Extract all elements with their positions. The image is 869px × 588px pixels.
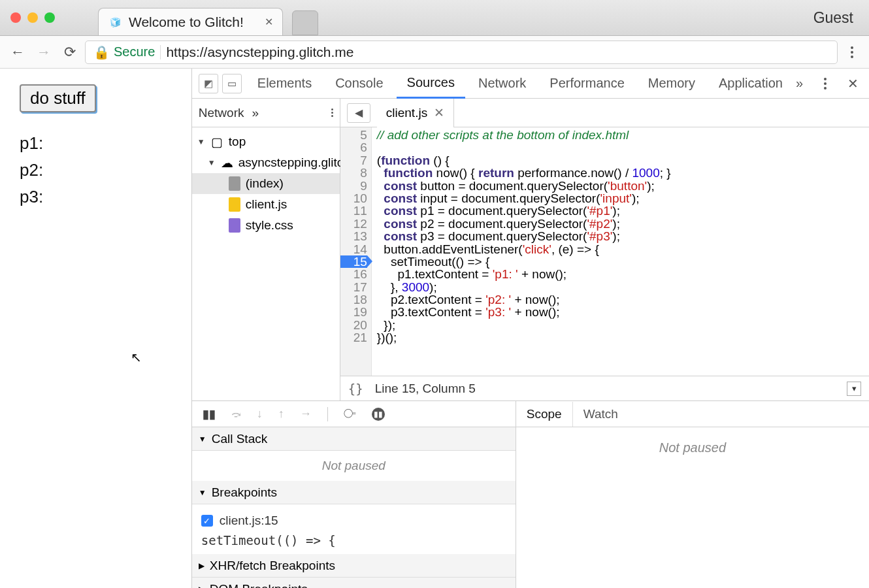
code-line[interactable]: p2.textContent = 'p2: ' + now(); bbox=[377, 293, 671, 306]
line-number[interactable]: 14 bbox=[340, 243, 367, 255]
back-button[interactable]: ← bbox=[7, 41, 29, 63]
watch-tab[interactable]: Watch bbox=[573, 402, 629, 427]
navigator-tab-network[interactable]: Network bbox=[199, 106, 244, 120]
line-number[interactable]: 16 bbox=[340, 268, 367, 280]
line-number[interactable]: 9 bbox=[340, 180, 367, 192]
step-icon[interactable]: → bbox=[300, 407, 312, 421]
tab-sources[interactable]: Sources bbox=[397, 69, 465, 99]
new-tab-button[interactable] bbox=[292, 10, 318, 35]
navigator-overflow-icon[interactable]: » bbox=[252, 106, 259, 120]
code-line[interactable]: (function () { bbox=[377, 154, 671, 167]
line-number[interactable]: 15 bbox=[340, 255, 367, 268]
line-number[interactable]: 12 bbox=[340, 218, 367, 230]
reload-button[interactable]: ⟳ bbox=[59, 41, 81, 63]
line-number[interactable]: 10 bbox=[340, 192, 367, 204]
secure-label: Secure bbox=[114, 44, 155, 59]
breakpoint-item[interactable]: ✓ client.js:15 bbox=[201, 511, 506, 531]
code-line[interactable]: })(); bbox=[377, 331, 671, 344]
step-into-icon[interactable]: ↓ bbox=[257, 407, 263, 421]
tree-file-index[interactable]: (index) bbox=[192, 173, 340, 194]
editor-tab-clientjs[interactable]: client.js ✕ bbox=[377, 99, 454, 127]
divider bbox=[327, 407, 328, 421]
scope-tab[interactable]: Scope bbox=[516, 402, 573, 427]
pause-icon[interactable]: ▮▮ bbox=[203, 407, 216, 421]
code-line[interactable]: }); bbox=[377, 319, 671, 331]
tree-file-clientjs[interactable]: client.js bbox=[192, 194, 340, 215]
scope-body: Not paused bbox=[516, 427, 869, 588]
code-line[interactable]: setTimeout(() => { bbox=[377, 255, 671, 268]
zoom-window-button[interactable] bbox=[44, 12, 55, 23]
tab-network[interactable]: Network bbox=[468, 69, 536, 97]
line-number[interactable]: 6 bbox=[340, 141, 367, 154]
code-line[interactable]: const p3 = document.querySelector('#p3')… bbox=[377, 230, 671, 242]
tab-application[interactable]: Application bbox=[708, 69, 793, 97]
breakpoint-checkbox[interactable]: ✓ bbox=[201, 515, 213, 527]
code-line[interactable]: p1.textContent = 'p1: ' + now(); bbox=[377, 268, 671, 280]
tree-file-stylecss[interactable]: style.css bbox=[192, 215, 340, 236]
line-number[interactable]: 17 bbox=[340, 281, 367, 293]
step-out-icon[interactable]: ↑ bbox=[278, 407, 284, 421]
close-tab-icon[interactable]: ✕ bbox=[265, 16, 273, 28]
devtools-panel: ◩ ▭ Elements Console Sources Network Per… bbox=[192, 69, 869, 588]
code-line[interactable]: p3.textContent = 'p3: ' + now(); bbox=[377, 306, 671, 318]
close-window-button[interactable] bbox=[10, 12, 21, 23]
minimize-window-button[interactable] bbox=[27, 12, 38, 23]
p1-label: p1: bbox=[20, 133, 172, 154]
do-stuff-button[interactable]: do stuff bbox=[20, 84, 96, 112]
pretty-print-icon[interactable]: {} bbox=[348, 382, 363, 396]
browser-tab[interactable]: 🧊 Welcome to Glitch! ✕ bbox=[98, 8, 283, 35]
window-titlebar: 🧊 Welcome to Glitch! ✕ Guest bbox=[0, 0, 869, 36]
traffic-lights bbox=[0, 12, 65, 23]
navigator-menu-icon[interactable] bbox=[331, 108, 333, 117]
sources-navigator: Network » ▼ ▢ top ▼ ☁ asyncste bbox=[192, 99, 340, 400]
forward-button[interactable]: → bbox=[33, 41, 55, 63]
code-editor[interactable]: 56789101112131415161718192021 // add oth… bbox=[340, 127, 869, 376]
breakpoints-header[interactable]: ▼ Breakpoints bbox=[192, 481, 516, 504]
xhr-breakpoints-header[interactable]: ▶ XHR/fetch Breakpoints bbox=[192, 554, 516, 578]
line-number[interactable]: 11 bbox=[340, 204, 367, 217]
line-number[interactable]: 5 bbox=[340, 129, 367, 141]
tabs-overflow-icon[interactable]: » bbox=[796, 76, 803, 91]
line-number[interactable]: 21 bbox=[340, 331, 367, 344]
code-line[interactable] bbox=[377, 141, 671, 154]
tree-row-origin[interactable]: ▼ ☁ asyncstepping.glitc bbox=[192, 152, 340, 173]
line-gutter[interactable]: 56789101112131415161718192021 bbox=[340, 127, 372, 376]
dom-breakpoints-header[interactable]: ▶ DOM Breakpoints bbox=[192, 578, 516, 588]
code-line[interactable]: const button = document.querySelector('b… bbox=[377, 180, 671, 192]
code-line[interactable]: // add other scripts at the bottom of in… bbox=[377, 129, 671, 141]
toggle-sidebar-icon[interactable]: ▾ bbox=[847, 382, 861, 396]
deactivate-breakpoints-icon[interactable]: ⧃ bbox=[344, 407, 356, 421]
tree-row-top[interactable]: ▼ ▢ top bbox=[192, 131, 340, 152]
address-bar[interactable]: 🔒 Secure https://asyncstepping.glitch.me bbox=[85, 41, 838, 64]
code-line[interactable]: const p2 = document.querySelector('#p2')… bbox=[377, 218, 671, 230]
inspect-element-icon[interactable]: ◩ bbox=[199, 74, 218, 93]
close-devtools-icon[interactable]: ✕ bbox=[847, 76, 859, 91]
code-line[interactable]: }, 3000); bbox=[377, 281, 671, 293]
profile-guest-label[interactable]: Guest bbox=[813, 9, 853, 27]
code-line[interactable]: const p1 = document.querySelector('#p1')… bbox=[377, 204, 671, 217]
call-stack-header[interactable]: ▼ Call Stack bbox=[192, 427, 516, 451]
step-over-icon[interactable]: ⤼ bbox=[231, 407, 241, 421]
file-icon bbox=[229, 218, 240, 233]
code-line[interactable]: button.addEventListener('click', (e) => … bbox=[377, 243, 671, 255]
code-line[interactable]: function now() { return performance.now(… bbox=[377, 167, 671, 179]
line-number[interactable]: 8 bbox=[340, 167, 367, 179]
pause-on-exceptions-icon[interactable]: ▮▮ bbox=[372, 408, 385, 421]
line-number[interactable]: 20 bbox=[340, 319, 367, 331]
tab-performance[interactable]: Performance bbox=[539, 69, 635, 97]
code-area[interactable]: // add other scripts at the bottom of in… bbox=[372, 127, 676, 376]
device-toolbar-icon[interactable]: ▭ bbox=[222, 74, 242, 93]
line-number[interactable]: 13 bbox=[340, 230, 367, 242]
line-number[interactable]: 18 bbox=[340, 293, 367, 306]
line-number[interactable]: 7 bbox=[340, 154, 367, 167]
tab-memory[interactable]: Memory bbox=[638, 69, 706, 97]
tab-elements[interactable]: Elements bbox=[247, 69, 322, 97]
line-number[interactable]: 19 bbox=[340, 306, 367, 318]
chrome-menu-button[interactable] bbox=[842, 46, 862, 58]
tab-console[interactable]: Console bbox=[325, 69, 393, 97]
secure-indicator: 🔒 Secure bbox=[93, 44, 155, 60]
code-line[interactable]: const input = document.querySelector('in… bbox=[377, 192, 671, 204]
close-editor-tab-icon[interactable]: ✕ bbox=[434, 105, 444, 120]
toggle-navigator-icon[interactable]: ◀ bbox=[347, 103, 370, 123]
devtools-menu-icon[interactable] bbox=[815, 78, 836, 90]
